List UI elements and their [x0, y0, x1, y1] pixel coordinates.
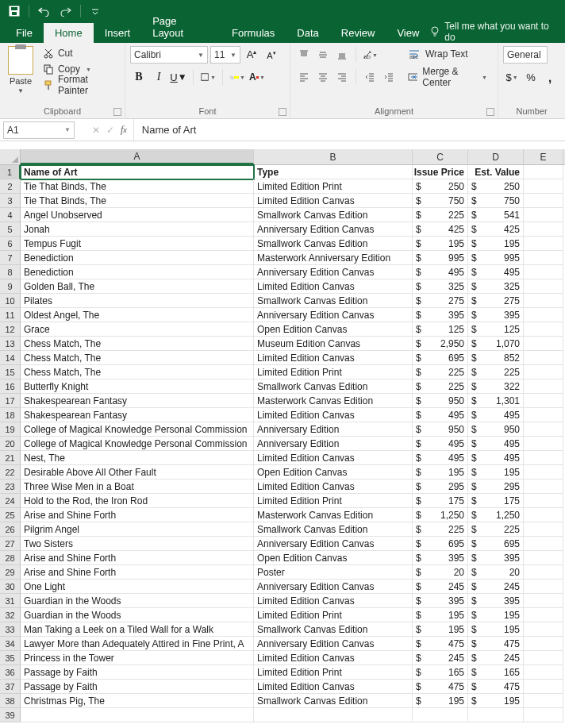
paste-button[interactable]: Paste ▼ — [5, 46, 37, 94]
row-header[interactable]: 11 — [0, 308, 21, 322]
bold-button[interactable]: B — [130, 68, 148, 86]
cell-A15[interactable]: Chess Match, The — [21, 365, 254, 379]
decrease-indent-button[interactable] — [361, 68, 379, 86]
cell-B8[interactable]: Anniversary Edition Canvas — [254, 265, 413, 279]
column-header-C[interactable]: C — [413, 149, 468, 164]
cell-A38[interactable]: Christmas Pig, The — [21, 694, 254, 708]
cell-C30[interactable]: $245 — [413, 580, 468, 594]
cell-E22[interactable] — [524, 465, 563, 480]
redo-button[interactable] — [56, 2, 75, 20]
cell-A20[interactable]: College of Magical Knowledge Personal Co… — [21, 437, 254, 451]
cell-D17[interactable]: $1,301 — [468, 394, 524, 408]
qat-customize-button[interactable] — [86, 2, 105, 20]
cell-C27[interactable]: $695 — [413, 537, 468, 551]
align-left-button[interactable] — [295, 68, 313, 86]
row-header[interactable]: 13 — [0, 337, 21, 351]
row-header[interactable]: 21 — [0, 451, 21, 465]
row-header[interactable]: 18 — [0, 408, 21, 422]
cell-D13[interactable]: $1,070 — [468, 337, 524, 351]
cell-E4[interactable] — [524, 208, 563, 222]
cell-D16[interactable]: $322 — [468, 379, 524, 394]
cell-B12[interactable]: Open Edition Canvas — [254, 322, 413, 337]
cell-B20[interactable]: Anniversary Edition — [254, 437, 413, 451]
cell-E31[interactable] — [524, 594, 563, 608]
cell-C8[interactable]: $495 — [413, 265, 468, 279]
tab-file[interactable]: File — [5, 23, 44, 43]
row-header[interactable]: 5 — [0, 222, 21, 237]
italic-button[interactable]: I — [150, 68, 167, 86]
cell-E11[interactable] — [524, 308, 563, 322]
cell-A34[interactable]: Lawyer More than Adequately Attired in F… — [21, 637, 254, 651]
row-header[interactable]: 31 — [0, 594, 21, 608]
row-header[interactable]: 15 — [0, 365, 21, 379]
cell-D18[interactable]: $495 — [468, 408, 524, 422]
cell-B25[interactable]: Masterwork Canvas Edition — [254, 508, 413, 522]
cell-A26[interactable]: Pilgrim Angel — [21, 522, 254, 537]
cell-B23[interactable]: Limited Edition Canvas — [254, 480, 413, 494]
cell-C19[interactable]: $950 — [413, 422, 468, 437]
dialog-launcher-icon[interactable] — [113, 108, 121, 116]
cell-D6[interactable]: $195 — [468, 237, 524, 251]
cell-E37[interactable] — [524, 680, 563, 694]
row-header[interactable]: 17 — [0, 394, 21, 408]
cell-E27[interactable] — [524, 537, 563, 551]
cell-A27[interactable]: Two Sisters — [21, 537, 254, 551]
cell-B13[interactable]: Museum Edition Canvas — [254, 337, 413, 351]
cell-C15[interactable]: $225 — [413, 365, 468, 379]
cell-B35[interactable]: Limited Edition Canvas — [254, 651, 413, 665]
row-header[interactable]: 29 — [0, 565, 21, 580]
cancel-formula-button[interactable]: ✕ — [92, 125, 100, 136]
cell-A23[interactable]: Three Wise Men in a Boat — [21, 480, 254, 494]
cell-B34[interactable]: Anniversary Edition Canvas — [254, 637, 413, 651]
column-header-A[interactable]: A — [21, 149, 254, 164]
cell-B4[interactable]: Smallwork Canvas Edition — [254, 208, 413, 222]
cell-B28[interactable]: Open Edition Canvas — [254, 551, 413, 565]
cell-C33[interactable]: $195 — [413, 622, 468, 637]
tab-formulas[interactable]: Formulas — [221, 23, 286, 43]
cell-B22[interactable]: Open Edition Canvas — [254, 465, 413, 480]
cell-C31[interactable]: $395 — [413, 594, 468, 608]
cell-A2[interactable]: Tie That Binds, The — [21, 179, 254, 194]
cell-E16[interactable] — [524, 379, 563, 394]
tab-page-layout[interactable]: Page Layout — [141, 11, 221, 43]
cell-D34[interactable]: $475 — [468, 637, 524, 651]
cell-A39[interactable] — [21, 708, 254, 722]
row-header[interactable]: 14 — [0, 351, 21, 365]
cell-A14[interactable]: Chess Match, The — [21, 351, 254, 365]
cell-C3[interactable]: $750 — [413, 194, 468, 208]
chevron-down-icon[interactable]: ▼ — [482, 75, 487, 80]
cell-B7[interactable]: Masterwork Anniversary Edition — [254, 251, 413, 265]
chevron-down-icon[interactable]: ▼ — [64, 126, 71, 133]
cell-C4[interactable]: $225 — [413, 208, 468, 222]
cell-E34[interactable] — [524, 637, 563, 651]
cell-D29[interactable]: $20 — [468, 565, 524, 580]
cell-D19[interactable]: $950 — [468, 422, 524, 437]
cell-E18[interactable] — [524, 408, 563, 422]
cell-B32[interactable]: Limited Edition Print — [254, 608, 413, 622]
cell-B16[interactable]: Smallwork Canvas Edition — [254, 379, 413, 394]
cell-B29[interactable]: Poster — [254, 565, 413, 580]
align-right-button[interactable] — [333, 68, 351, 86]
align-middle-button[interactable] — [314, 46, 332, 64]
cell-D33[interactable]: $195 — [468, 622, 524, 637]
cell-A33[interactable]: Man Taking a Leek on a Tiled Wall for a … — [21, 622, 254, 637]
cell-D12[interactable]: $125 — [468, 322, 524, 337]
cell-D20[interactable]: $495 — [468, 437, 524, 451]
row-header[interactable]: 30 — [0, 580, 21, 594]
font-name-combo[interactable]: Calibri▼ — [130, 46, 208, 64]
row-header[interactable]: 16 — [0, 379, 21, 394]
cell-D1[interactable]: Est. Value — [468, 165, 524, 179]
cell-B6[interactable]: Smallwork Canvas Edition — [254, 237, 413, 251]
tab-home[interactable]: Home — [44, 23, 94, 43]
cell-E21[interactable] — [524, 451, 563, 465]
cell-A22[interactable]: Desirable Above All Other Fault — [21, 465, 254, 480]
cell-A29[interactable]: Arise and Shine Forth — [21, 565, 254, 580]
name-box[interactable]: A1 ▼ — [3, 121, 75, 139]
cell-A21[interactable]: Nest, The — [21, 451, 254, 465]
cell-C16[interactable]: $225 — [413, 379, 468, 394]
cell-A24[interactable]: Hold to the Rod, the Iron Rod — [21, 494, 254, 508]
cut-button[interactable]: Cut — [40, 46, 120, 60]
cell-A31[interactable]: Guardian in the Woods — [21, 594, 254, 608]
enter-formula-button[interactable]: ✓ — [106, 125, 114, 136]
cell-E10[interactable] — [524, 294, 563, 308]
